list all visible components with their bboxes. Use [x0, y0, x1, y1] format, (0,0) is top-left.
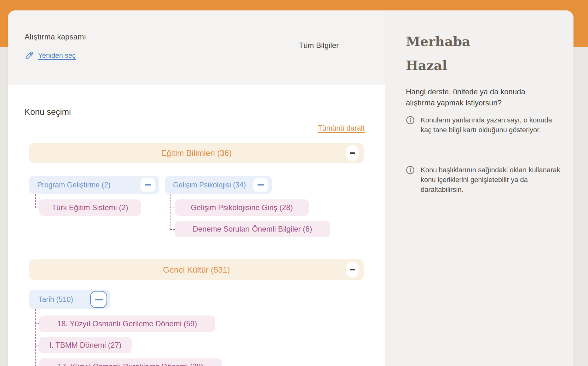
pencil-icon [25, 51, 34, 60]
tip-text: Konu başlıklarının sağındaki okları kull… [421, 165, 564, 194]
info-icon [406, 116, 415, 135]
topic-label: Deneme Soruları Önemli Bilgiler (6) [193, 225, 312, 233]
tip-text: Konuların yanlarında yazan sayı, o konud… [421, 115, 564, 135]
minus-icon [350, 152, 355, 154]
collapse-unit-button[interactable] [141, 178, 155, 192]
main-panel: Alıştırma kapsamı Yeniden seç Tüm Bilgil… [8, 10, 385, 366]
topic-pill-gelisim-psikolojisine-giris[interactable]: Gelişim Psikolojisine Giriş (28) [175, 199, 309, 216]
topic-pill-deneme-sorulari[interactable]: Deneme Soruları Önemli Bilgiler (6) [175, 221, 330, 237]
collapse-all-link[interactable]: Tümünü daralt [318, 124, 365, 133]
tip-expand-collapse: Konu başlıklarının sağındaki okları kull… [406, 165, 564, 194]
topic-label: Türk Eğitim Sistemi (2) [52, 203, 128, 212]
info-icon [406, 166, 415, 194]
collapse-unit-button[interactable] [90, 291, 107, 308]
tree-connector-line [35, 194, 36, 208]
tree-connector-line [170, 208, 175, 208]
greeting-title: Merhaba Hazal [406, 30, 470, 78]
unit-label: Gelişim Psikolojisi (34) [173, 181, 246, 189]
subject-label: Genel Kültür (531) [163, 265, 230, 275]
subject-pill-egitim-bilimleri[interactable]: Eğitim Bilimleri (36) [29, 143, 364, 163]
tree-connector-line [35, 323, 39, 324]
scope-title: Alıştırma kapsamı [25, 32, 86, 41]
tree-connector-line [35, 208, 39, 208]
reselect-label: Yeniden seç [38, 51, 76, 60]
topic-selection-title: Konu seçimi [25, 107, 71, 117]
unit-pill-tarih[interactable]: Tarih (510) [29, 290, 110, 309]
scope-header: Alıştırma kapsamı Yeniden seç Tüm Bilgil… [8, 10, 385, 85]
topic-label: I. TBMM Dönemi (27) [49, 341, 122, 350]
greeting-line2: Hazal [406, 54, 470, 78]
reselect-link[interactable]: Yeniden seç [25, 51, 76, 60]
tree-connector-line [170, 229, 175, 230]
sidebar-question: Hangi derste, ünitede ya da konuda alışt… [406, 86, 541, 108]
unit-pill-gelisim-psikolojisi[interactable]: Gelişim Psikolojisi (34) [165, 176, 272, 194]
unit-pill-program-gelistirme[interactable]: Program Geliştirme (2) [29, 176, 159, 194]
topic-label: Gelişim Psikolojisine Giriş (28) [191, 203, 293, 212]
tree-connector-line [35, 345, 39, 345]
subject-label: Eğitim Bilimleri (36) [161, 148, 232, 158]
tree-connector-line [170, 194, 170, 229]
topic-pill-tbmm-donemi[interactable]: I. TBMM Dönemi (27) [39, 337, 132, 353]
topic-label: 18. Yüzyıl Osmanlı Gerileme Dönemi (59) [57, 319, 197, 328]
topic-label: 17. Yüzyıl Osmanlı Duraklama Dönemi (38) [58, 362, 203, 366]
scope-value-label: Tüm Bilgiler [299, 41, 339, 50]
greeting-line1: Merhaba [406, 30, 470, 54]
unit-label: Tarih (510) [38, 295, 73, 304]
collapse-unit-button[interactable] [253, 178, 268, 192]
topic-pill-17-yuzyil-duraklama[interactable]: 17. Yüzyıl Osmanlı Duraklama Dönemi (38) [39, 358, 222, 366]
practice-scope-card: Alıştırma kapsamı Yeniden seç Tüm Bilgil… [8, 10, 574, 366]
minus-icon [95, 299, 103, 300]
subject-pill-genel-kultur[interactable]: Genel Kültür (531) [29, 259, 364, 280]
tip-card-count: Konuların yanlarında yazan sayı, o konud… [406, 115, 564, 135]
collapse-subject-button[interactable] [346, 262, 359, 278]
minus-icon [145, 184, 151, 186]
minus-icon [257, 184, 264, 186]
unit-label: Program Geliştirme (2) [37, 181, 111, 189]
tree-connector-line [35, 309, 36, 366]
info-sidebar: Merhaba Hazal Hangi derste, ünitede ya d… [385, 10, 574, 366]
topic-pill-18-yuzyil-gerileme[interactable]: 18. Yüzyıl Osmanlı Gerileme Dönemi (59) [39, 316, 215, 332]
collapse-subject-button[interactable] [346, 145, 359, 161]
minus-icon [350, 269, 355, 270]
topic-pill-turk-egitim-sistemi[interactable]: Türk Eğitim Sistemi (2) [39, 199, 141, 216]
